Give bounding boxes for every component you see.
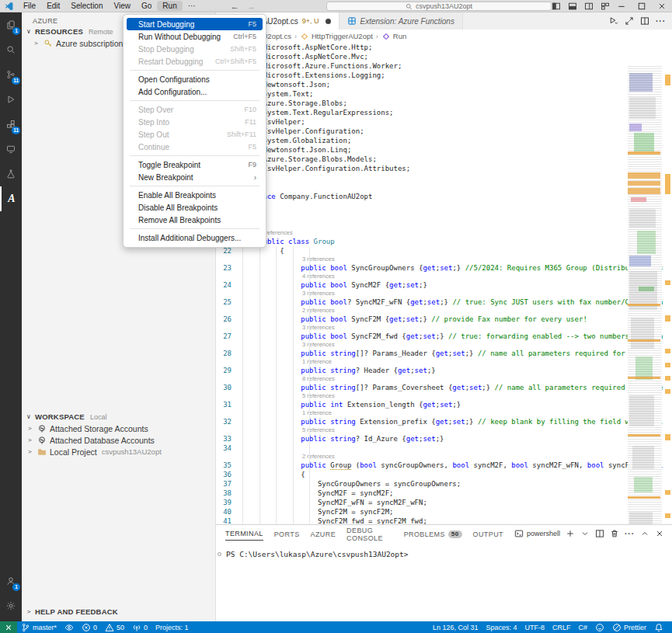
code-line[interactable]: 26 public bool SyncF2M {get;set;} // pro… (216, 315, 672, 324)
code-line[interactable]: 39 SyncM2F_wFN = syncM2F_wFN; (216, 498, 672, 507)
menu-run[interactable]: Run (157, 1, 182, 11)
code-line[interactable]: using CsvHelper; (216, 117, 672, 127)
code-line[interactable]: 32 public string Extension_prefix {get;s… (216, 417, 672, 426)
codelens-references[interactable]: 2 references (216, 307, 672, 315)
more-actions-button[interactable]: ··· (656, 17, 666, 26)
code-line[interactable]: using CsvHelper.Configuration; (216, 127, 672, 136)
breadcrumb-item-run[interactable]: Run (381, 32, 406, 41)
split-editor-button[interactable] (640, 16, 649, 26)
menu-view[interactable]: View (109, 1, 137, 11)
status-warnings[interactable]: 50 (101, 621, 128, 633)
run-menu-item-enable-all-breakpoints[interactable]: Enable All Breakpoints (127, 189, 263, 201)
arrow-left[interactable]: ← (231, 2, 239, 11)
status-gitlens-toggle[interactable] (61, 621, 78, 633)
panel-tab-terminal[interactable]: TERMINAL (225, 527, 263, 541)
code-line[interactable]: using System.Globalization; (216, 136, 672, 145)
activity-azure[interactable]: A (0, 186, 22, 211)
activity-remote-explorer[interactable] (0, 137, 22, 162)
code-line[interactable]: 33 public string? Id_Azure {get;set;} (216, 434, 672, 443)
run-or-debug-button[interactable] (609, 16, 618, 26)
activity-testing[interactable] (0, 162, 22, 186)
split-terminal-button[interactable] (595, 529, 604, 538)
status-feedback[interactable] (591, 621, 608, 633)
run-menu-item-disable-all-breakpoints[interactable]: Disable All Breakpoints (127, 201, 263, 214)
activity-search[interactable] (0, 37, 22, 62)
code-line[interactable]: using Newtonsoft.Json.Linq; (216, 145, 672, 155)
code-line[interactable]: using CsvHelper.Configuration.Attributes… (216, 164, 672, 173)
codelens-references[interactable]: 3 references (216, 256, 672, 263)
status-eol[interactable]: CRLF (548, 621, 575, 633)
menu-file[interactable]: File (18, 1, 41, 11)
activity-explorer[interactable]: 1 (0, 12, 22, 37)
code-line[interactable]: using Azure.Storage.Blobs.Models; (216, 155, 672, 164)
code-line[interactable]: 28 public string[]? Params_Header {get;s… (216, 349, 672, 358)
layout-bottom-icon[interactable] (568, 2, 577, 11)
activity-settings[interactable] (0, 593, 22, 618)
breadcrumb-item-httptriggerau2opt[interactable]: HttpTriggerAU2opt (300, 32, 373, 41)
codelens-references[interactable]: 5 references (216, 392, 672, 400)
panel-more-actions[interactable]: ··· (625, 530, 635, 538)
codelens-references[interactable]: 2 references (216, 453, 672, 461)
maximize-panel-button[interactable] (640, 529, 649, 538)
codelens-references[interactable]: 3 references (216, 324, 672, 332)
code-line[interactable]: 24 public bool SyncM2F {get;set;} (216, 280, 672, 290)
codelens-references[interactable]: 1 reference (216, 358, 672, 366)
status-encoding[interactable]: UTF-8 (521, 621, 548, 633)
codelens-references[interactable]: 4 references (216, 273, 672, 280)
arrow-right[interactable]: → (247, 2, 256, 11)
menu-go[interactable]: Go (136, 1, 157, 11)
codelens-references[interactable]: 3 references (216, 290, 672, 297)
run-menu-item-add-configuration[interactable]: Add Configuration... (127, 85, 263, 98)
tree-item-local-project[interactable]: >Local Projectcsvpush13AU2opt (22, 446, 215, 457)
code-line[interactable]: 38 SyncM2F = syncM2F; (216, 489, 672, 498)
codelens-references[interactable]: 8 references (216, 375, 672, 383)
code-editor[interactable]: using Microsoft.AspNetCore.Http;using Mi… (216, 43, 672, 524)
panel-tab-debug-console[interactable]: DEBUG CONSOLE (346, 523, 393, 544)
status-errors[interactable]: 0 (78, 621, 101, 633)
minimap[interactable] (628, 66, 662, 524)
code-line[interactable]: using System.Text.RegularExpressions; (216, 108, 672, 117)
codelens-references[interactable]: 3 references (216, 229, 672, 237)
status-language-mode[interactable]: C# (574, 621, 591, 633)
panel-tab-ports[interactable]: PORTS (274, 527, 300, 541)
run-menu-item-start-debugging[interactable]: Start DebuggingF5 (127, 18, 263, 30)
codelens-references[interactable]: 3 references (216, 341, 672, 349)
status-projects[interactable]: Projects: 1 (151, 621, 193, 633)
layout-right-icon[interactable] (584, 2, 594, 11)
tree-item-attached-storage-accounts[interactable]: >Attached Storage Accounts (22, 423, 215, 434)
code-line[interactable] (216, 210, 672, 220)
new-terminal-button[interactable] (566, 529, 575, 538)
code-line[interactable]: 37 SyncGroupOwners = syncGroupOwners; (216, 479, 672, 489)
code-line[interactable]: 35 public Group (bool syncGroupOwners, b… (216, 461, 672, 470)
code-line[interactable]: { (216, 201, 672, 210)
close-window-button[interactable] (652, 0, 672, 12)
code-line[interactable]: 23 public bool SyncGroupOwners {get;set;… (216, 263, 672, 273)
close-panel-button[interactable] (655, 529, 664, 538)
menu-selection[interactable]: Selection (65, 1, 108, 11)
code-line[interactable]: 30 public string[]? Params_Coversheet {g… (216, 383, 672, 392)
open-changes-button[interactable] (625, 16, 634, 26)
code-line[interactable]: using System.Text; (216, 89, 672, 99)
code-line[interactable]: 40 SyncF2M = syncF2M; (216, 507, 672, 516)
status-prettier[interactable]: Prettier (608, 621, 650, 633)
activity-extensions[interactable]: 11 (0, 112, 22, 137)
code-line[interactable]: 36 { (216, 470, 672, 479)
code-line[interactable]: using Microsoft.AspNetCore.Mvc; (216, 52, 672, 61)
code-line[interactable]: 25 public bool? SyncM2F_wFN {get;set;} /… (216, 297, 672, 307)
run-menu-item-remove-all-breakpoints[interactable]: Remove All Breakpoints (127, 214, 263, 226)
code-line[interactable]: using Newtonsoft.Json; (216, 80, 672, 89)
tree-item-attached-database-accounts[interactable]: >Attached Database Accounts (22, 434, 215, 446)
code-line[interactable]: using Microsoft.Extensions.Logging; (216, 71, 672, 80)
status-git-branch[interactable]: master* (17, 621, 61, 633)
code-line[interactable]: 22 { (216, 246, 672, 256)
run-menu-item-run-without-debugging[interactable]: Run Without DebuggingCtrl+F5 (127, 30, 263, 43)
activity-source-control[interactable]: 11 (0, 62, 22, 87)
panel-tab-output[interactable]: OUTPUT (473, 527, 503, 541)
code-line[interactable]: using Microsoft.Azure.Functions.Worker; (216, 61, 672, 71)
code-line[interactable]: 34 (216, 443, 672, 453)
menu-edit[interactable]: Edit (41, 1, 65, 11)
command-center-search[interactable]: csvpush13AU2opt (326, 2, 552, 11)
layout-left-icon[interactable] (552, 2, 561, 11)
status-ports-forwarded[interactable]: 0 (128, 621, 151, 633)
code-line[interactable]: 27 public bool SyncF2M_fwd {get;set;} //… (216, 332, 672, 341)
